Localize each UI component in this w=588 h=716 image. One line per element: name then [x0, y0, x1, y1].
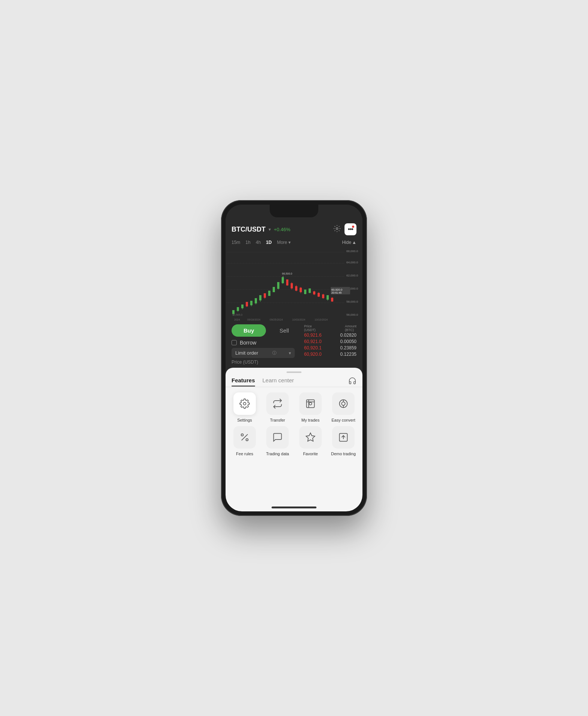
features-grid: Settings Transfer	[226, 387, 362, 461]
svg-text:09/25/2024: 09/25/2024	[270, 318, 283, 321]
tf-1d[interactable]: 1D	[266, 240, 272, 245]
feature-favorite[interactable]: Favorite	[296, 426, 325, 456]
hide-label: Hide	[342, 240, 351, 245]
svg-rect-17	[241, 305, 244, 308]
transfer-label: Transfer	[270, 418, 285, 422]
svg-rect-27	[264, 293, 266, 298]
limit-order-label: Limit order	[235, 350, 258, 356]
sell-tab[interactable]: Sell	[273, 324, 295, 337]
easy-convert-icon-box	[332, 392, 355, 415]
bottom-sheet: Features Learn center	[226, 368, 362, 511]
svg-rect-25	[259, 295, 261, 300]
more-dots-icon: •••	[348, 226, 353, 233]
borrow-row: Borrow	[232, 340, 295, 346]
limit-order-selector[interactable]: Limit order ⓘ ▾	[232, 348, 295, 358]
sheet-tabs: Features Learn center	[226, 375, 362, 387]
favorite-label: Favorite	[303, 452, 318, 456]
svg-rect-23	[255, 298, 257, 303]
ob-row-3: 60,920.1 0.23859	[304, 345, 356, 351]
svg-text:20:41:45: 20:41:45	[331, 291, 342, 294]
svg-point-69	[244, 403, 246, 405]
ob-price-1: 60,921.6	[304, 333, 322, 338]
svg-rect-47	[304, 290, 306, 294]
settings-icon[interactable]	[333, 225, 341, 234]
orderbook-preview: Price(USDT) Amount(BTC) 60,921.6 0.02820…	[304, 324, 356, 358]
svg-rect-31	[273, 287, 275, 292]
ob-row-1: 60,921.6 0.02820	[304, 333, 356, 338]
price-chart: 66,000.0 64,000.0 62,000.0 60,000.0 58,0…	[226, 247, 362, 321]
trading-data-icon-box	[266, 426, 289, 449]
limit-order-dropdown-icon[interactable]: ▾	[289, 351, 291, 356]
svg-rect-70	[307, 400, 315, 408]
hide-arrow-icon: ▲	[352, 240, 356, 245]
svg-rect-51	[313, 291, 315, 294]
svg-text:10/03/2024: 10/03/2024	[292, 318, 305, 321]
feature-fee-rules[interactable]: Fee rules	[230, 426, 259, 456]
svg-text:66,000.0: 66,000.0	[346, 250, 358, 253]
svg-text:55,565.0: 55,565.0	[232, 313, 242, 316]
timeframe-bar: 15m 1h 4h 1D More ▾ Hide ▲	[226, 238, 362, 247]
price-change: +0.46%	[274, 227, 290, 232]
svg-rect-41	[291, 283, 293, 288]
trading-panel: Buy Sell Borrow Limit order ⓘ ▾ Price	[226, 321, 362, 368]
header-right: •••	[333, 223, 356, 235]
tf-more[interactable]: More ▾	[277, 240, 291, 245]
notch	[270, 205, 318, 217]
settings-icon-box	[233, 392, 256, 415]
tf-4h[interactable]: 4h	[256, 240, 261, 245]
limit-order-info-icon: ⓘ	[272, 350, 276, 356]
my-trades-label: My trades	[301, 418, 319, 422]
more-button[interactable]: •••	[344, 223, 356, 235]
transfer-icon-box	[266, 392, 289, 415]
feature-demo-trading[interactable]: Demo trading	[329, 426, 358, 456]
tab-features[interactable]: Features	[232, 377, 255, 386]
tab-learn-center[interactable]: Learn center	[263, 377, 294, 386]
sheet-tab-list: Features Learn center	[232, 377, 294, 386]
fee-rules-label: Fee rules	[236, 452, 253, 456]
feature-transfer[interactable]: Transfer	[263, 392, 292, 422]
tf-1h[interactable]: 1h	[245, 240, 250, 245]
feature-my-trades[interactable]: My trades	[296, 392, 325, 422]
pair-dropdown-icon[interactable]: ▼	[268, 227, 272, 232]
svg-rect-15	[237, 307, 239, 311]
svg-rect-59	[331, 298, 333, 302]
svg-point-75	[342, 402, 345, 405]
headset-icon[interactable]	[348, 377, 356, 387]
demo-trading-icon-box	[332, 426, 355, 449]
svg-rect-39	[286, 279, 288, 285]
feature-trading-data[interactable]: Trading data	[263, 426, 292, 456]
svg-rect-45	[300, 288, 302, 292]
svg-rect-49	[309, 288, 311, 293]
svg-text:58,000.0: 58,000.0	[346, 300, 358, 303]
feature-easy-convert[interactable]: Easy convert	[329, 392, 358, 422]
buy-sell-tabs: Buy Sell	[232, 324, 295, 337]
svg-point-71	[309, 403, 312, 405]
demo-trading-label: Demo trading	[331, 452, 356, 456]
svg-rect-57	[327, 295, 329, 300]
svg-text:56,000.0: 56,000.0	[346, 313, 358, 316]
ob-price-4: 60,920.0	[304, 352, 322, 357]
svg-rect-53	[318, 293, 320, 297]
ob-amount-3: 0.23859	[340, 345, 356, 351]
svg-line-78	[242, 434, 248, 440]
ob-row-2: 60,921.0 0.00050	[304, 339, 356, 344]
buy-button[interactable]: Buy	[232, 324, 266, 337]
phone-frame: BTC/USDT ▼ +0.46% •••	[221, 200, 367, 516]
borrow-label: Borrow	[240, 340, 256, 346]
timeframe-options: 15m 1h 4h 1D More ▾	[232, 240, 291, 245]
feature-settings[interactable]: Settings	[230, 392, 259, 422]
screen-content: BTC/USDT ▼ +0.46% •••	[226, 205, 362, 511]
svg-rect-19	[246, 302, 248, 306]
svg-rect-55	[322, 294, 324, 298]
borrow-checkbox[interactable]	[232, 340, 237, 345]
svg-point-79	[241, 434, 244, 436]
tf-15m[interactable]: 15m	[232, 240, 240, 245]
settings-label: Settings	[237, 418, 252, 422]
price-input-label: Price (USDT)	[232, 359, 295, 365]
svg-text:64,000.0: 64,000.0	[346, 261, 358, 264]
svg-text:09/18/2024: 09/18/2024	[247, 318, 260, 321]
svg-rect-35	[282, 277, 284, 283]
trading-pair[interactable]: BTC/USDT	[232, 226, 266, 233]
hide-button[interactable]: Hide ▲	[342, 240, 356, 245]
svg-rect-43	[295, 286, 297, 291]
